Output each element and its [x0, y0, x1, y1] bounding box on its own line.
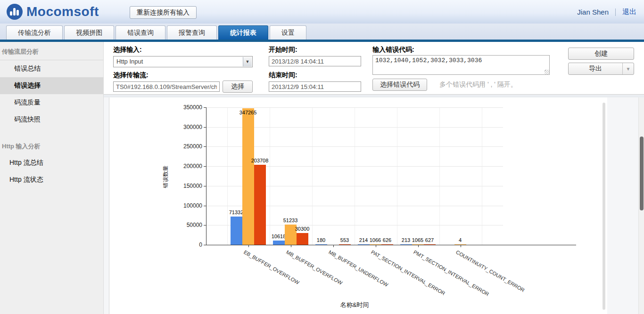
input-source-select[interactable]: Http Input ▼: [113, 56, 253, 67]
start-time-input[interactable]: [269, 56, 361, 66]
sidebar-section-transport-heading: 传输流层分析: [0, 42, 103, 60]
x-category-label: COUNTINUITY_COUNT_ERROR: [455, 249, 526, 293]
gridline-horizontal: [206, 107, 503, 108]
export-dropdown-caret-icon[interactable]: ▼: [622, 63, 634, 74]
tab-settings[interactable]: 设置: [270, 25, 306, 40]
y-tick-label: 200000: [169, 163, 202, 169]
select-error-code-button[interactable]: 选择错误代码: [372, 79, 427, 91]
export-button[interactable]: 导出 ▼: [568, 63, 634, 75]
bar-value-label: 347265: [233, 110, 263, 115]
x-axis-tickmark: [333, 245, 334, 247]
sidebar: 传输流层分析 错误总结 错误选择 码流质量 码流快照 Http 输入分析 Htt…: [0, 42, 104, 314]
tab-error-query[interactable]: 错误查询: [116, 25, 165, 40]
logo: Mocomsoft: [7, 4, 99, 20]
main-tabbar: 传输流分析 视频拼图 错误查询 报警查询 统计报表 设置: [0, 24, 644, 40]
tab-alarm-query[interactable]: 报警查询: [167, 25, 217, 40]
sidebar-item-http-stream-status[interactable]: Http 流状态: [0, 171, 103, 188]
bar-series-blue: [315, 244, 327, 245]
x-axis-tickmark: [418, 245, 419, 247]
choose-stream-button[interactable]: 选择: [223, 81, 253, 93]
y-tick-label: 350000: [169, 104, 202, 111]
x-axis-tickmark: [461, 245, 461, 247]
start-time-label: 开始时间:: [269, 46, 297, 54]
sidebar-item-http-stream-summary[interactable]: Http 流总结: [0, 154, 103, 171]
y-tick-label: 0: [169, 242, 202, 248]
select-input-label: 选择输入:: [113, 46, 142, 54]
x-axis-tickmark: [248, 245, 249, 247]
bar-series-red: [381, 244, 393, 245]
stream-input[interactable]: [113, 81, 220, 92]
bar-series-blue: [400, 244, 412, 245]
x-axis-line: [206, 245, 576, 245]
gridline-vertical: [270, 107, 270, 245]
bar-chart: 错误数量 名称&时间 05000010000015000020000025000…: [109, 97, 607, 314]
sidebar-item-stream-snapshot[interactable]: 码流快照: [0, 111, 103, 128]
header-divider: [615, 8, 616, 16]
gridline-vertical: [227, 107, 228, 245]
mocomsoft-logo-icon: [7, 4, 23, 20]
x-axis-tickmark: [291, 245, 291, 247]
textarea-resize-handle[interactable]: [545, 70, 549, 74]
bar-value-label: 203708: [245, 158, 275, 163]
chevron-down-icon[interactable]: ▼: [243, 57, 252, 66]
x-category-label: PAT_SECTION_INTERVAL_ERROR: [370, 249, 446, 296]
x-category-label: PMT_SECTION_INTERVAL_ERROR: [413, 249, 490, 297]
end-time-label: 结束时间:: [269, 71, 297, 80]
y-axis-title: 错误数量: [162, 146, 170, 208]
bar-value-label: 626: [372, 237, 402, 243]
y-axis-line: [206, 107, 206, 245]
top-header: Mocomsoft 重新连接所有输入 Jian Shen 退出: [0, 0, 644, 24]
app-window: Mocomsoft 重新连接所有输入 Jian Shen 退出 传输流分析 视频…: [0, 0, 644, 314]
error-code-textarea[interactable]: 1032,1040,1052,3032,3033,3036: [372, 55, 550, 75]
end-time-input[interactable]: [269, 81, 361, 92]
chart-scrollbar[interactable]: [603, 103, 605, 310]
bar-series-blue: [231, 217, 242, 245]
create-button[interactable]: 创建: [568, 48, 634, 60]
input-source-select-value: Http Input: [116, 58, 143, 65]
tab-video-mosaic[interactable]: 视频拼图: [64, 25, 114, 40]
bar-series-red: [297, 233, 308, 245]
tab-statistics-report[interactable]: 统计报表: [218, 25, 268, 40]
bar-series-blue: [273, 241, 285, 245]
y-tick-label: 300000: [169, 124, 202, 130]
error-code-hint: 多个错误代码用 ' , ' 隔开。: [439, 81, 517, 89]
gridline-vertical: [397, 107, 397, 245]
y-tick-label: 50000: [169, 222, 202, 228]
y-tick-label: 100000: [169, 202, 202, 209]
gridline-vertical: [439, 107, 440, 245]
bar-series-red: [424, 244, 436, 245]
bar-series-red: [339, 244, 351, 245]
query-form-panel: 选择输入: Http Input ▼ 选择传输流: 选择 开始时间: 结束时间:…: [104, 42, 644, 95]
reconnect-all-inputs-button[interactable]: 重新连接所有输入: [130, 6, 197, 19]
sidebar-item-stream-quality[interactable]: 码流质量: [0, 94, 103, 111]
bar-series-blue: [358, 244, 370, 245]
gridline-vertical: [312, 107, 313, 245]
select-stream-label: 选择传输流:: [113, 71, 149, 80]
user-name: Jian Shen: [577, 8, 609, 16]
y-tick-label: 250000: [169, 143, 202, 150]
y-tick-label: 150000: [169, 183, 202, 189]
x-axis-title: 名称&时间: [307, 301, 402, 309]
gridline-vertical: [482, 107, 482, 245]
x-axis-tickmark: [376, 245, 376, 247]
bar-value-label: 553: [330, 237, 360, 243]
tab-transport-analysis[interactable]: 传输流分析: [6, 25, 63, 40]
bar-series-red: [254, 165, 266, 245]
bar-value-label: 4: [445, 237, 475, 243]
bar-series-orange: [242, 108, 254, 245]
bar-value-label: 51233: [275, 217, 305, 223]
error-code-label: 输入错误代码:: [372, 46, 414, 54]
sidebar-item-error-selection[interactable]: 错误选择: [0, 77, 103, 94]
logo-text: Mocomsoft: [26, 4, 99, 19]
page-scrollbar-thumb[interactable]: [640, 137, 644, 210]
bar-value-label: 627: [414, 237, 445, 243]
sidebar-item-error-summary[interactable]: 错误总结: [0, 60, 103, 77]
sidebar-section-http-heading: Http 输入分析: [0, 137, 103, 154]
export-button-label: 导出: [589, 64, 602, 73]
logout-link[interactable]: 退出: [622, 8, 636, 16]
bar-value-label: 30300: [287, 226, 317, 232]
page-scrollbar-track[interactable]: [638, 97, 644, 314]
gridline-vertical: [355, 107, 355, 245]
